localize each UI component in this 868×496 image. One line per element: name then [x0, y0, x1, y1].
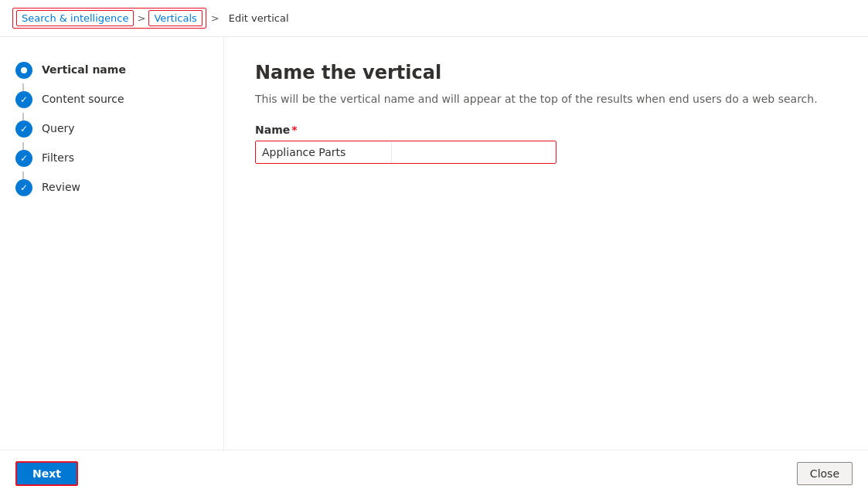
main-container: Search & intelligence > Verticals > Edit… [0, 0, 868, 496]
svg-point-0 [21, 67, 27, 73]
footer: Next Close [0, 450, 868, 496]
name-field-label: Name* [255, 124, 837, 136]
body-layout: Vertical name Content source Query [0, 37, 868, 450]
breadcrumb-outline: Search & intelligence > Verticals [12, 8, 206, 29]
sidebar-item-filters[interactable]: Filters [0, 144, 223, 173]
checkmark-filters [20, 153, 28, 164]
required-indicator: * [291, 124, 297, 136]
breadcrumb-separator-1: > [137, 12, 145, 24]
close-button[interactable]: Close [797, 462, 853, 485]
name-input[interactable] [256, 141, 391, 163]
page-title: Name the vertical [255, 62, 837, 83]
sidebar-item-vertical-name[interactable]: Vertical name [0, 56, 223, 85]
breadcrumb-separator-2: > [211, 12, 220, 24]
step-label-review: Review [42, 179, 80, 193]
checkmark-content-source [20, 94, 28, 105]
step-label-content-source: Content source [42, 91, 124, 105]
breadcrumb-current: Edit vertical [229, 12, 289, 24]
name-input-extra[interactable] [391, 141, 556, 163]
checkmark-review [20, 182, 28, 193]
breadcrumb-link-search-intelligence[interactable]: Search & intelligence [16, 10, 134, 26]
step-label-filters: Filters [42, 150, 74, 164]
name-input-container [255, 141, 557, 164]
breadcrumb-link-verticals[interactable]: Verticals [148, 10, 202, 26]
step-label-query: Query [42, 121, 75, 134]
step-indicator-filters [15, 150, 32, 167]
next-button[interactable]: Next [15, 461, 78, 486]
step-indicator-vertical-name [15, 62, 32, 79]
main-content-area: Name the vertical This will be the verti… [224, 37, 868, 450]
breadcrumb-bar: Search & intelligence > Verticals > Edit… [0, 0, 868, 37]
step-label-vertical-name: Vertical name [42, 62, 126, 76]
sidebar-item-query[interactable]: Query [0, 114, 223, 144]
page-description: This will be the vertical name and will … [255, 93, 837, 105]
step-indicator-review [15, 179, 32, 196]
name-field-group: Name* [255, 124, 837, 164]
step-indicator-content-source [15, 91, 32, 108]
sidebar: Vertical name Content source Query [0, 37, 224, 450]
sidebar-item-review[interactable]: Review [0, 173, 223, 202]
step-indicator-query [15, 121, 32, 138]
checkmark-query [20, 124, 28, 134]
sidebar-item-content-source[interactable]: Content source [0, 85, 223, 114]
